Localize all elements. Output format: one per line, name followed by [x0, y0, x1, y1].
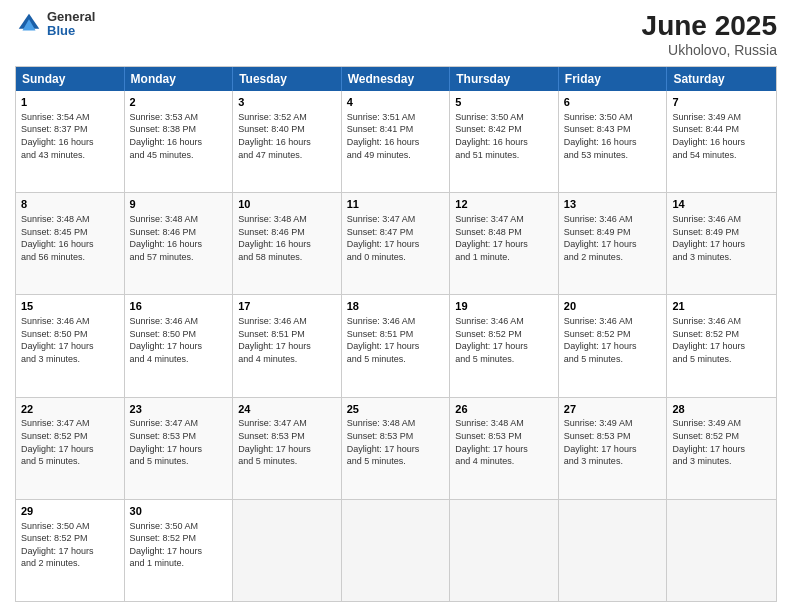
calendar-cell: 4Sunrise: 3:51 AM Sunset: 8:41 PM Daylig…	[342, 91, 451, 192]
day-info: Sunrise: 3:47 AM Sunset: 8:53 PM Dayligh…	[238, 417, 336, 467]
day-info: Sunrise: 3:50 AM Sunset: 8:43 PM Dayligh…	[564, 111, 662, 161]
day-number: 27	[564, 402, 662, 417]
title-month: June 2025	[642, 10, 777, 42]
day-info: Sunrise: 3:50 AM Sunset: 8:52 PM Dayligh…	[130, 520, 228, 570]
calendar-cell: 25Sunrise: 3:48 AM Sunset: 8:53 PM Dayli…	[342, 398, 451, 499]
day-info: Sunrise: 3:47 AM Sunset: 8:47 PM Dayligh…	[347, 213, 445, 263]
calendar-cell: 29Sunrise: 3:50 AM Sunset: 8:52 PM Dayli…	[16, 500, 125, 601]
logo-blue: Blue	[47, 24, 95, 38]
weekday-header: Tuesday	[233, 67, 342, 91]
calendar-cell: 21Sunrise: 3:46 AM Sunset: 8:52 PM Dayli…	[667, 295, 776, 396]
day-info: Sunrise: 3:46 AM Sunset: 8:49 PM Dayligh…	[564, 213, 662, 263]
day-number: 8	[21, 197, 119, 212]
weekday-header: Saturday	[667, 67, 776, 91]
day-number: 30	[130, 504, 228, 519]
calendar-cell: 30Sunrise: 3:50 AM Sunset: 8:52 PM Dayli…	[125, 500, 234, 601]
day-number: 3	[238, 95, 336, 110]
day-number: 24	[238, 402, 336, 417]
day-number: 4	[347, 95, 445, 110]
logo: General Blue	[15, 10, 95, 39]
day-number: 16	[130, 299, 228, 314]
day-number: 17	[238, 299, 336, 314]
logo-text: General Blue	[47, 10, 95, 39]
calendar-cell: 15Sunrise: 3:46 AM Sunset: 8:50 PM Dayli…	[16, 295, 125, 396]
day-info: Sunrise: 3:52 AM Sunset: 8:40 PM Dayligh…	[238, 111, 336, 161]
day-info: Sunrise: 3:53 AM Sunset: 8:38 PM Dayligh…	[130, 111, 228, 161]
calendar-cell: 2Sunrise: 3:53 AM Sunset: 8:38 PM Daylig…	[125, 91, 234, 192]
weekday-header: Friday	[559, 67, 668, 91]
calendar-row: 15Sunrise: 3:46 AM Sunset: 8:50 PM Dayli…	[16, 294, 776, 396]
day-info: Sunrise: 3:50 AM Sunset: 8:52 PM Dayligh…	[21, 520, 119, 570]
calendar-cell: 9Sunrise: 3:48 AM Sunset: 8:46 PM Daylig…	[125, 193, 234, 294]
header: General Blue June 2025 Ukholovo, Russia	[15, 10, 777, 58]
day-info: Sunrise: 3:46 AM Sunset: 8:52 PM Dayligh…	[564, 315, 662, 365]
day-number: 21	[672, 299, 771, 314]
day-info: Sunrise: 3:49 AM Sunset: 8:44 PM Dayligh…	[672, 111, 771, 161]
calendar-cell: 24Sunrise: 3:47 AM Sunset: 8:53 PM Dayli…	[233, 398, 342, 499]
calendar-cell: 16Sunrise: 3:46 AM Sunset: 8:50 PM Dayli…	[125, 295, 234, 396]
day-number: 23	[130, 402, 228, 417]
day-info: Sunrise: 3:46 AM Sunset: 8:50 PM Dayligh…	[130, 315, 228, 365]
day-number: 5	[455, 95, 553, 110]
day-info: Sunrise: 3:49 AM Sunset: 8:52 PM Dayligh…	[672, 417, 771, 467]
calendar-row: 29Sunrise: 3:50 AM Sunset: 8:52 PM Dayli…	[16, 499, 776, 601]
day-number: 10	[238, 197, 336, 212]
calendar-cell: 18Sunrise: 3:46 AM Sunset: 8:51 PM Dayli…	[342, 295, 451, 396]
calendar-cell: 12Sunrise: 3:47 AM Sunset: 8:48 PM Dayli…	[450, 193, 559, 294]
day-number: 6	[564, 95, 662, 110]
calendar-cell: 13Sunrise: 3:46 AM Sunset: 8:49 PM Dayli…	[559, 193, 668, 294]
calendar-cell	[342, 500, 451, 601]
day-number: 7	[672, 95, 771, 110]
day-number: 15	[21, 299, 119, 314]
day-number: 12	[455, 197, 553, 212]
day-info: Sunrise: 3:48 AM Sunset: 8:53 PM Dayligh…	[347, 417, 445, 467]
day-info: Sunrise: 3:48 AM Sunset: 8:46 PM Dayligh…	[238, 213, 336, 263]
calendar-cell: 27Sunrise: 3:49 AM Sunset: 8:53 PM Dayli…	[559, 398, 668, 499]
weekday-header: Thursday	[450, 67, 559, 91]
weekday-header: Sunday	[16, 67, 125, 91]
weekday-header: Monday	[125, 67, 234, 91]
calendar: SundayMondayTuesdayWednesdayThursdayFrid…	[15, 66, 777, 602]
day-info: Sunrise: 3:47 AM Sunset: 8:48 PM Dayligh…	[455, 213, 553, 263]
day-number: 9	[130, 197, 228, 212]
calendar-cell: 6Sunrise: 3:50 AM Sunset: 8:43 PM Daylig…	[559, 91, 668, 192]
calendar-cell: 17Sunrise: 3:46 AM Sunset: 8:51 PM Dayli…	[233, 295, 342, 396]
day-info: Sunrise: 3:46 AM Sunset: 8:51 PM Dayligh…	[347, 315, 445, 365]
calendar-cell	[667, 500, 776, 601]
day-info: Sunrise: 3:47 AM Sunset: 8:52 PM Dayligh…	[21, 417, 119, 467]
calendar-cell	[559, 500, 668, 601]
day-info: Sunrise: 3:46 AM Sunset: 8:52 PM Dayligh…	[672, 315, 771, 365]
calendar-cell: 19Sunrise: 3:46 AM Sunset: 8:52 PM Dayli…	[450, 295, 559, 396]
title-location: Ukholovo, Russia	[642, 42, 777, 58]
calendar-body: 1Sunrise: 3:54 AM Sunset: 8:37 PM Daylig…	[16, 91, 776, 601]
calendar-cell: 8Sunrise: 3:48 AM Sunset: 8:45 PM Daylig…	[16, 193, 125, 294]
calendar-cell: 23Sunrise: 3:47 AM Sunset: 8:53 PM Dayli…	[125, 398, 234, 499]
day-info: Sunrise: 3:49 AM Sunset: 8:53 PM Dayligh…	[564, 417, 662, 467]
calendar-cell: 5Sunrise: 3:50 AM Sunset: 8:42 PM Daylig…	[450, 91, 559, 192]
day-number: 25	[347, 402, 445, 417]
day-info: Sunrise: 3:48 AM Sunset: 8:45 PM Dayligh…	[21, 213, 119, 263]
day-number: 2	[130, 95, 228, 110]
day-info: Sunrise: 3:54 AM Sunset: 8:37 PM Dayligh…	[21, 111, 119, 161]
logo-icon	[15, 10, 43, 38]
day-number: 14	[672, 197, 771, 212]
calendar-cell: 3Sunrise: 3:52 AM Sunset: 8:40 PM Daylig…	[233, 91, 342, 192]
calendar-cell: 22Sunrise: 3:47 AM Sunset: 8:52 PM Dayli…	[16, 398, 125, 499]
calendar-row: 8Sunrise: 3:48 AM Sunset: 8:45 PM Daylig…	[16, 192, 776, 294]
calendar-cell: 26Sunrise: 3:48 AM Sunset: 8:53 PM Dayli…	[450, 398, 559, 499]
day-info: Sunrise: 3:51 AM Sunset: 8:41 PM Dayligh…	[347, 111, 445, 161]
calendar-cell: 7Sunrise: 3:49 AM Sunset: 8:44 PM Daylig…	[667, 91, 776, 192]
day-number: 1	[21, 95, 119, 110]
calendar-cell	[233, 500, 342, 601]
calendar-header: SundayMondayTuesdayWednesdayThursdayFrid…	[16, 67, 776, 91]
day-number: 28	[672, 402, 771, 417]
calendar-cell: 28Sunrise: 3:49 AM Sunset: 8:52 PM Dayli…	[667, 398, 776, 499]
logo-general: General	[47, 10, 95, 24]
day-info: Sunrise: 3:47 AM Sunset: 8:53 PM Dayligh…	[130, 417, 228, 467]
title-block: June 2025 Ukholovo, Russia	[642, 10, 777, 58]
day-number: 18	[347, 299, 445, 314]
day-info: Sunrise: 3:46 AM Sunset: 8:49 PM Dayligh…	[672, 213, 771, 263]
day-info: Sunrise: 3:46 AM Sunset: 8:52 PM Dayligh…	[455, 315, 553, 365]
day-number: 11	[347, 197, 445, 212]
day-number: 26	[455, 402, 553, 417]
